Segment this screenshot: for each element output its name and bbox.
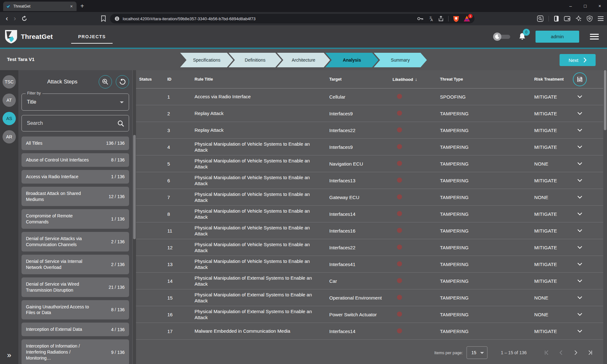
analyze-search-button[interactable] — [99, 75, 112, 88]
expand-panel-icon[interactable]: » — [0, 351, 18, 360]
url-text[interactable]: localhost:4200/#/tara-iteration/59b8e357… — [123, 16, 417, 21]
search-icon[interactable] — [117, 120, 124, 127]
privacy-shield-icon[interactable] — [587, 15, 592, 22]
next-page-icon[interactable] — [572, 349, 579, 356]
step-summary[interactable]: Summary — [374, 53, 427, 67]
row-expand-chevron-icon[interactable] — [570, 263, 603, 266]
row-expand-chevron-icon[interactable] — [570, 212, 603, 215]
bookmark-icon[interactable] — [101, 15, 106, 22]
sidebar-toggle-icon[interactable] — [554, 15, 559, 22]
reload-icon[interactable] — [21, 15, 28, 22]
panel-scrollbar[interactable] — [133, 70, 136, 364]
col-status[interactable]: Status — [136, 77, 164, 82]
col-rule-title[interactable]: Rule Title — [191, 77, 327, 82]
brave-rewards-icon[interactable]: 1 — [464, 16, 470, 21]
row-expand-chevron-icon[interactable] — [570, 296, 603, 299]
share-icon[interactable] — [438, 16, 444, 21]
admin-user-button[interactable]: admin — [536, 31, 579, 43]
translate-icon[interactable]: 文A — [428, 16, 434, 21]
search-input[interactable] — [22, 115, 129, 131]
tab-close-icon[interactable]: × — [69, 4, 74, 9]
row-expand-chevron-icon[interactable] — [570, 129, 603, 132]
row-expand-chevron-icon[interactable] — [570, 279, 603, 282]
wallet-icon[interactable] — [564, 16, 570, 21]
browser-menu-icon[interactable] — [598, 16, 604, 21]
row-expand-chevron-icon[interactable] — [570, 112, 603, 115]
col-risk-treatment[interactable]: Risk Treatment — [525, 77, 570, 82]
row-expand-chevron-icon[interactable] — [570, 179, 603, 182]
previous-page-icon[interactable] — [558, 349, 565, 356]
app-menu-icon[interactable] — [590, 34, 599, 39]
row-expand-chevron-icon[interactable] — [570, 229, 603, 232]
step-specifications[interactable]: Specifications — [180, 53, 233, 67]
table-row[interactable]: 2Replay AttackInterfaces9TAMPERINGMITIGA… — [136, 105, 603, 122]
minimize-button[interactable]: – — [563, 0, 578, 12]
table-row[interactable]: 12Physical Manipulation of Vehicle Syste… — [136, 239, 603, 256]
attack-step-item[interactable]: Interception of Information / Interferin… — [22, 339, 129, 364]
table-row[interactable]: 1Access via Radio InterfaceCellularSPOOF… — [136, 88, 603, 105]
table-row[interactable]: 11Physical Manipulation of Vehicle Syste… — [136, 222, 603, 239]
attack-step-item[interactable]: Denial of Service via Internal Network O… — [22, 255, 129, 274]
row-expand-chevron-icon[interactable] — [570, 330, 603, 333]
first-page-icon[interactable] — [543, 349, 550, 356]
attack-step-item[interactable]: Abuse of Control Unit Interfaces8 / 136 — [22, 153, 129, 167]
step-analysis[interactable]: Analysis — [325, 53, 379, 67]
attack-step-item[interactable]: Denial of Service via Wired Transmission… — [22, 277, 129, 297]
col-target[interactable]: Target — [327, 77, 390, 82]
close-button[interactable]: × — [592, 0, 607, 12]
notifications-bell[interactable]: 0 — [518, 33, 526, 41]
attack-step-item[interactable]: All Titles136 / 136 — [22, 136, 129, 150]
brave-shield-icon[interactable] — [453, 15, 459, 22]
new-tab-button[interactable]: + — [80, 3, 84, 9]
table-row[interactable]: 16Physical Manipulation of External Syst… — [136, 306, 603, 323]
row-expand-chevron-icon[interactable] — [570, 95, 603, 98]
attack-step-item[interactable]: Broadcast Attack on Shared Mediums12 / 1… — [22, 187, 129, 206]
maximize-button[interactable]: □ — [578, 0, 592, 12]
col-id[interactable]: ID — [164, 77, 191, 82]
table-row[interactable]: 3Replay AttackInterfaces22TAMPERINGMITIG… — [136, 122, 603, 139]
iteration-avatar-ar[interactable]: AR — [3, 130, 16, 143]
panel-scrollbar-thumb[interactable] — [133, 135, 136, 239]
table-row[interactable]: 5Physical Manipulation of Vehicle System… — [136, 155, 603, 172]
table-row[interactable]: 7Physical Manipulation of Vehicle System… — [136, 189, 603, 206]
next-button[interactable]: Next — [560, 54, 596, 66]
back-icon[interactable]: ‹ — [6, 15, 8, 22]
step-definitions[interactable]: Definitions — [229, 53, 282, 67]
col-threat-type[interactable]: Threat Type — [437, 77, 525, 82]
dark-mode-toggle[interactable] — [493, 32, 511, 41]
row-expand-chevron-icon[interactable] — [570, 196, 603, 199]
table-row[interactable]: 17Malware Embedded in Communication Medi… — [136, 323, 603, 340]
filter-by-select[interactable]: Filter by Title — [22, 94, 129, 111]
table-row[interactable]: 13Physical Manipulation of Vehicle Syste… — [136, 256, 603, 273]
attack-step-item[interactable]: Gaining Unauthorized Access to Files or … — [22, 300, 129, 320]
attack-step-item[interactable]: Denial of Service Attacks via Communicat… — [22, 232, 129, 252]
step-architecture[interactable]: Architecture — [277, 53, 330, 67]
reset-button[interactable] — [116, 75, 129, 88]
moon-icon[interactable] — [493, 33, 501, 41]
attack-step-item[interactable]: Interception of External Data4 / 136 — [22, 323, 129, 336]
row-expand-chevron-icon[interactable] — [570, 246, 603, 249]
leo-ai-sparkle-icon[interactable] — [575, 15, 582, 22]
password-key-icon[interactable] — [417, 16, 424, 21]
table-row[interactable]: 4Physical Manipulation of Vehicle System… — [136, 139, 603, 155]
col-likelihood[interactable]: Likelihood↓ — [390, 77, 437, 82]
browser-tab[interactable]: ThreatGet × — [3, 2, 77, 11]
url-bar[interactable]: localhost:4200/#/tara-iteration/59b8e357… — [110, 14, 474, 23]
last-page-icon[interactable] — [587, 349, 594, 356]
items-per-page-select[interactable]: 15 — [467, 346, 487, 359]
attack-step-item[interactable]: Access via Radio Interface1 / 136 — [22, 170, 129, 184]
save-button[interactable] — [573, 72, 587, 86]
table-row[interactable]: 15Physical Manipulation of External Syst… — [136, 289, 603, 306]
page-scrollbar[interactable] — [603, 70, 607, 364]
iteration-avatar-tsc[interactable]: TSC — [3, 75, 16, 88]
iteration-avatar-at[interactable]: AT — [3, 94, 16, 107]
forward-icon[interactable]: › — [14, 15, 16, 22]
table-row[interactable]: 8Physical Manipulation of Vehicle System… — [136, 206, 603, 222]
site-info-icon[interactable] — [115, 16, 120, 21]
row-expand-chevron-icon[interactable] — [570, 313, 603, 316]
table-row[interactable]: 6Physical Manipulation of Vehicle System… — [136, 172, 603, 189]
row-expand-chevron-icon[interactable] — [570, 145, 603, 149]
iteration-avatar-as[interactable]: AS — [3, 112, 16, 125]
search-tabs-icon[interactable] — [537, 15, 543, 22]
page-scrollbar-thumb[interactable] — [604, 70, 606, 130]
